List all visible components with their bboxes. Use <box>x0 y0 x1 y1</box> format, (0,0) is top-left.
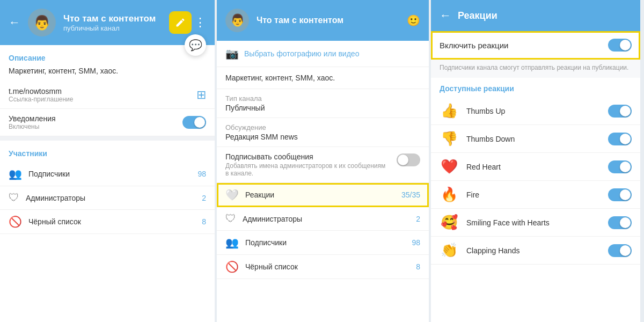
edit-icon <box>175 17 186 28</box>
photo-action-label: Выбрать фотографию или видео <box>244 49 359 58</box>
mid-admins-label: Администраторы <box>243 215 302 223</box>
mid-admins-row[interactable]: 🛡 Администраторы 2 <box>217 207 429 231</box>
smiling-face-name: Smiling Face with Hearts <box>466 218 550 227</box>
thumbs-up-name: Thumbs Up <box>466 107 505 115</box>
channel-info: Что там с контентом публичный канал <box>63 13 163 32</box>
notifications-toggle[interactable] <box>182 116 206 129</box>
reaction-smiling-face-left: 🥰 Smiling Face with Hearts <box>440 214 550 231</box>
mid-admins-count: 2 <box>416 215 420 223</box>
reaction-fire-left: 🔥 Fire <box>440 186 479 203</box>
admins-left: 🛡 Администраторы <box>9 192 85 204</box>
enable-reactions-sub: Подписчики канала смогут отправлять реак… <box>431 60 640 78</box>
mid-blacklist-label: Чёрный список <box>245 262 298 271</box>
fire-name: Fire <box>466 191 479 199</box>
thumbs-down-name: Thumbs Down <box>466 135 515 143</box>
thumbs-up-emoji: 👍 <box>440 103 459 119</box>
reaction-fire: 🔥 Fire <box>431 181 640 209</box>
smiling-face-toggle[interactable] <box>608 216 632 229</box>
mid-subscribers-icon: 👥 <box>225 236 239 249</box>
red-heart-toggle[interactable] <box>608 160 632 173</box>
enable-reactions-row: Включить реакции <box>431 31 640 60</box>
thumbs-up-toggle[interactable] <box>608 105 632 118</box>
left-panel: ← 👨 Что там с контентом публичный канал … <box>0 0 215 322</box>
reaction-thumbs-up: 👍 Thumbs Up <box>431 97 640 125</box>
header-actions: ⋮ <box>171 13 206 32</box>
notifications-row: Уведомления Включены <box>0 109 215 136</box>
thumbs-down-emoji: 👎 <box>440 130 459 147</box>
admins-count: 2 <box>202 194 206 202</box>
channel-title: Что там с контентом <box>63 13 163 24</box>
description-text: Маркетинг, контент, SMM, хаос. <box>0 67 215 82</box>
subscribers-left: 👥 Подписчики <box>9 167 70 180</box>
enable-reactions-toggle[interactable] <box>608 39 632 52</box>
members-label: Участники <box>0 141 215 162</box>
qr-icon[interactable]: ⊞ <box>196 88 206 102</box>
mid-subscribers-label: Подписчики <box>245 238 287 247</box>
photo-action-row[interactable]: 📷 Выбрать фотографию или видео <box>217 41 429 67</box>
notifications-label: Уведомления <box>9 114 56 123</box>
mid-blacklist-row[interactable]: 🚫 Чёрный список 8 <box>217 255 429 279</box>
mid-description: Маркетинг, контент, SMM, хаос. <box>217 67 429 89</box>
sign-messages-sub: Добавлять имена администраторов к их соо… <box>225 162 390 177</box>
red-heart-emoji: ❤️ <box>440 158 459 175</box>
left-body: Описание Маркетинг, контент, SMM, хаос. … <box>0 45 215 322</box>
right-title: Реакции <box>458 10 497 21</box>
back-button[interactable]: ← <box>9 16 20 30</box>
middle-body: 📷 Выбрать фотографию или видео Маркетинг… <box>217 41 429 322</box>
sign-messages-row: Подписывать сообщения Добавлять имена ад… <box>217 147 429 183</box>
reaction-thumbs-down: 👎 Thumbs Down <box>431 125 640 153</box>
thumbs-down-toggle[interactable] <box>608 133 632 145</box>
mid-subscribers-count: 98 <box>412 238 420 247</box>
notifications-value: Включены <box>9 123 56 130</box>
channel-type-value: Публичный <box>225 104 420 112</box>
more-button[interactable]: ⋮ <box>194 16 206 30</box>
admins-icon: 🛡 <box>9 192 19 204</box>
channel-type-label: Тип канала <box>225 94 420 103</box>
blacklist-count: 8 <box>202 217 206 226</box>
avatar: 👨 <box>28 9 56 36</box>
mid-admins-icon: 🛡 <box>225 213 236 225</box>
reaction-thumbs-down-left: 👎 Thumbs Down <box>440 130 515 147</box>
reaction-red-heart: ❤️ Red Heart <box>431 153 640 181</box>
subscribers-label: Подписчики <box>28 170 70 178</box>
mid-blacklist-icon: 🚫 <box>225 260 239 273</box>
description-label: Описание <box>0 45 215 67</box>
discussion-value: Редакция SMM news <box>225 133 420 141</box>
clapping-hands-toggle[interactable] <box>608 244 632 257</box>
right-header: ← Реакции <box>431 0 640 31</box>
reactions-label: Реакции <box>245 191 274 199</box>
link-info: t.me/nowtosmm Ссылка-приглашение <box>9 87 73 103</box>
smiling-face-emoji: 🥰 <box>440 214 459 231</box>
mid-admins-left: 🛡 Администраторы <box>225 213 302 225</box>
right-body: Включить реакции Подписчики канала смогу… <box>431 31 640 322</box>
link-row[interactable]: t.me/nowtosmm Ссылка-приглашение ⊞ <box>0 82 215 109</box>
heart-icon: 🤍 <box>225 188 239 201</box>
smiley-icon[interactable]: 🙂 <box>407 14 420 27</box>
sign-messages-info: Подписывать сообщения Добавлять имена ад… <box>225 152 397 177</box>
admins-row[interactable]: 🛡 Администраторы 2 <box>0 186 215 210</box>
channel-subtitle: публичный канал <box>63 24 163 32</box>
clapping-hands-emoji: 👏 <box>440 242 459 259</box>
mid-avatar: 👨 <box>225 9 249 32</box>
left-header: ← 👨 Что там с контентом публичный канал … <box>0 0 215 45</box>
reaction-thumbs-up-left: 👍 Thumbs Up <box>440 103 505 119</box>
edit-button[interactable] <box>171 13 190 32</box>
channel-type-field: Тип канала Публичный <box>217 89 429 118</box>
subscribers-row[interactable]: 👥 Подписчики 98 <box>0 162 215 186</box>
blacklist-row[interactable]: 🚫 Чёрный список 8 <box>0 210 215 234</box>
notifications-info: Уведомления Включены <box>9 114 56 130</box>
fire-emoji: 🔥 <box>440 186 459 203</box>
link-sublabel: Ссылка-приглашение <box>9 96 73 103</box>
mid-subscribers-row[interactable]: 👥 Подписчики 98 <box>217 231 429 255</box>
reactions-count: 35/35 <box>401 191 420 199</box>
sign-messages-toggle[interactable] <box>397 153 420 166</box>
right-back-button[interactable]: ← <box>440 9 451 23</box>
message-button[interactable]: 💬 <box>185 34 206 56</box>
link-value: t.me/nowtosmm <box>9 87 73 96</box>
sign-messages-label: Подписывать сообщения <box>225 152 390 161</box>
fire-toggle[interactable] <box>608 188 632 201</box>
mid-blacklist-left: 🚫 Чёрный список <box>225 260 298 273</box>
admins-label: Администраторы <box>26 194 85 202</box>
red-heart-name: Red Heart <box>466 163 501 171</box>
reactions-row[interactable]: 🤍 Реакции 35/35 <box>217 183 429 207</box>
